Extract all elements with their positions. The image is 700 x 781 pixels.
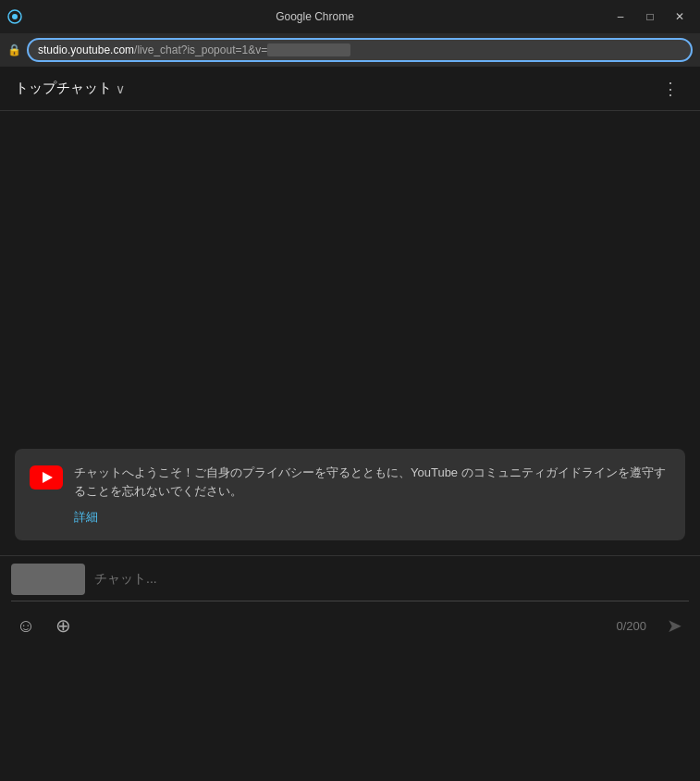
url-domain: studio.youtube.com (38, 43, 134, 56)
window-title: Google Chrome (30, 10, 600, 23)
address-bar-row: 🔒 studio.youtube.com /live_chat?is_popou… (0, 33, 700, 67)
char-count: 0/200 (616, 619, 646, 633)
minimize-button[interactable]: – (608, 6, 633, 27)
youtube-logo-icon (30, 465, 63, 490)
chat-area: チャットへようこそ！ご自身のプライバシーを守るとともに、YouTube のコミュ… (0, 111, 700, 555)
chat-mode-selector[interactable]: トップチャット ∨ (15, 80, 656, 97)
add-icon: ⊕ (55, 614, 71, 637)
svg-point-1 (12, 14, 18, 19)
input-area: チャット... ☺ ⊕ 0/200 ➤ (0, 555, 700, 648)
send-button[interactable]: ➤ (659, 611, 689, 640)
title-bar: Google Chrome – □ ✕ (0, 0, 700, 33)
lock-icon: 🔒 (7, 43, 21, 56)
welcome-message-text: チャットへようこそ！ご自身のプライバシーを守るとともに、YouTube のコミュ… (74, 465, 666, 498)
window-controls: – □ ✕ (608, 6, 693, 27)
welcome-message-box: チャットへようこそ！ご自身のプライバシーを守るとともに、YouTube のコミュ… (15, 449, 685, 540)
chat-mode-label: トップチャット (15, 80, 112, 97)
toolbar-row: ☺ ⊕ 0/200 ➤ (11, 607, 689, 644)
user-avatar (11, 564, 85, 595)
welcome-detail-link[interactable]: 詳細 (74, 509, 670, 526)
url-path: /live_chat?is_popout=1&v= (134, 43, 267, 56)
url-hidden-segment (267, 43, 350, 56)
send-icon: ➤ (667, 614, 682, 637)
chevron-down-icon: ∨ (116, 81, 125, 96)
emoji-icon: ☺ (17, 615, 35, 637)
more-options-button[interactable]: ⋮ (656, 74, 685, 104)
address-bar[interactable]: studio.youtube.com /live_chat?is_popout=… (27, 38, 693, 62)
chat-header: トップチャット ∨ ⋮ (0, 67, 700, 111)
maximize-button[interactable]: □ (637, 6, 663, 27)
input-separator (11, 601, 689, 601)
favicon-icon (7, 9, 22, 24)
user-input-row: チャット... (11, 564, 689, 595)
chat-input-placeholder[interactable]: チャット... (94, 571, 157, 588)
welcome-text-block: チャットへようこそ！ご自身のプライバシーを守るとともに、YouTube のコミュ… (74, 464, 670, 526)
add-button[interactable]: ⊕ (48, 611, 78, 640)
close-button[interactable]: ✕ (667, 6, 693, 27)
emoji-button[interactable]: ☺ (11, 611, 41, 640)
